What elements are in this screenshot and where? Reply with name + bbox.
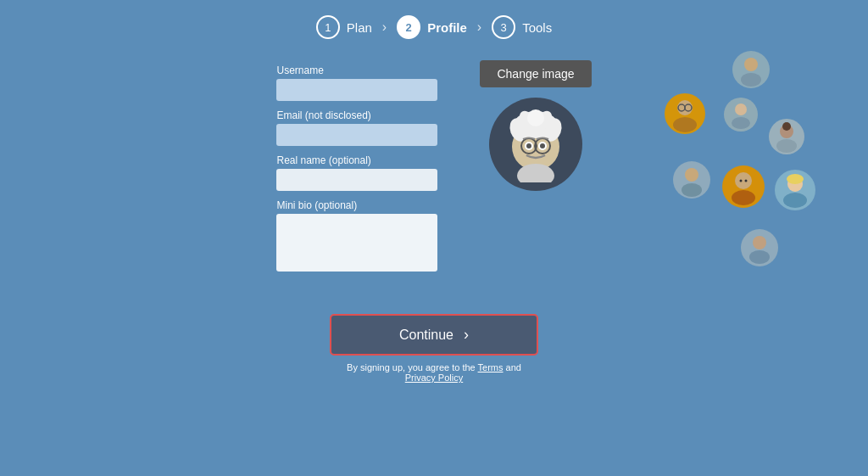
stepper: 1 Plan › 2 Profile › 3 Tools [0,0,868,39]
float-avatar-4[interactable] [769,119,804,154]
minibio-group: Mini bio (optional) [276,199,446,272]
svg-point-30 [732,190,755,205]
svg-point-16 [741,73,761,87]
bottom-section: Continue › By signing up, you agree to t… [0,314,868,383]
svg-point-23 [732,117,750,129]
email-group: Email (not disclosed) [276,109,446,146]
step-1: 1 Plan [316,15,372,39]
step-3-label: Tools [522,20,552,35]
main-avatar [489,98,582,191]
step-1-circle: 1 [316,15,340,39]
step-1-2-arrow: › [382,20,387,35]
email-label: Email (not disclosed) [276,109,446,121]
continue-button[interactable]: Continue › [330,314,538,356]
step-2-circle: 2 [397,15,420,39]
continue-label: Continue [399,328,453,343]
float-avatar-7[interactable] [775,170,815,210]
avatar-svg [498,106,574,182]
float-avatar-1[interactable] [732,51,770,88]
continue-arrow-icon: › [464,326,469,344]
svg-point-27 [685,168,698,182]
svg-point-22 [735,104,747,115]
step-2-3-arrow: › [477,20,481,35]
username-label: Username [276,64,446,76]
step-1-label: Plan [347,20,372,35]
float-avatar-2[interactable] [665,93,705,134]
svg-point-15 [744,58,758,71]
step-3-circle: 3 [492,15,515,39]
username-input[interactable] [276,79,437,101]
svg-point-37 [749,250,770,264]
legal-middle: and [504,362,521,372]
svg-point-6 [527,109,544,126]
username-group: Username [276,64,446,101]
svg-point-25 [776,139,797,153]
minibio-label: Mini bio (optional) [276,199,446,211]
legal-text: By signing up, you agree to the Terms an… [347,362,521,383]
profile-form: Username Email (not disclosed) Real name… [276,64,446,272]
svg-point-29 [735,172,752,189]
privacy-link[interactable]: Privacy Policy [405,372,463,383]
step-2: 2 Profile [397,15,467,39]
svg-point-36 [753,236,766,249]
float-avatar-6[interactable] [722,165,765,208]
svg-point-35 [787,174,804,184]
terms-link[interactable]: Terms [478,362,504,372]
svg-point-28 [682,183,702,197]
realname-input[interactable] [276,169,437,191]
svg-point-19 [673,117,697,132]
svg-point-31 [740,180,743,182]
svg-point-13 [540,143,545,148]
svg-point-12 [526,143,531,148]
step-2-label: Profile [427,20,467,35]
email-input[interactable] [276,124,437,146]
realname-group: Real name (optional) [276,154,446,191]
minibio-input[interactable] [276,214,437,272]
float-avatar-5[interactable] [673,161,710,199]
change-image-button[interactable]: Change image [480,60,591,87]
step-3: 3 Tools [492,15,552,39]
svg-point-32 [745,180,748,182]
float-avatar-3[interactable] [724,98,758,132]
svg-point-34 [783,193,807,208]
realname-label: Real name (optional) [276,154,446,166]
legal-prefix: By signing up, you agree to the [347,362,478,372]
avatar-section: Change image [480,60,591,191]
float-avatar-8[interactable] [741,229,778,266]
floating-avatars-container [631,51,817,288]
svg-point-26 [782,122,791,131]
